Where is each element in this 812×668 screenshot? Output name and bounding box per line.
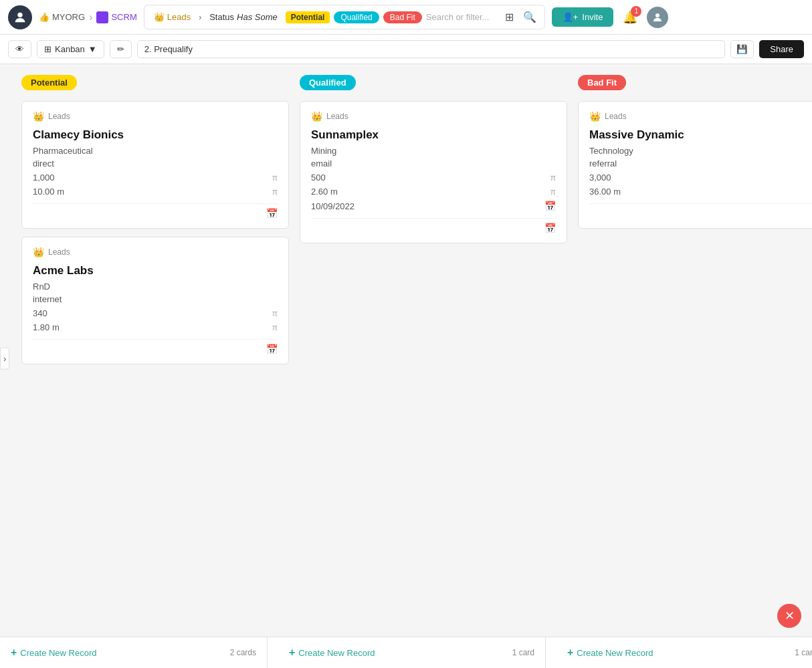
card-channel: referral <box>589 158 812 169</box>
card-revenue-row: 2.60 m π <box>311 187 556 197</box>
card-source-row: 👑 Leads <box>589 111 812 122</box>
board-footer: + Create New Record 2 cards + Create New… <box>0 637 812 652</box>
create-new-record-qualified[interactable]: + Create New Record <box>289 647 375 652</box>
invite-icon: 👤+ <box>563 12 579 22</box>
card-source: Leads <box>605 112 627 121</box>
plus-icon: + <box>567 647 573 652</box>
search-placeholder: Search or filter... <box>426 12 490 22</box>
notification-button[interactable]: 🔔 1 <box>620 7 640 27</box>
footer-col-potential: + Create New Record 2 cards <box>0 637 268 652</box>
column-label-qualified: Qualified <box>300 75 356 90</box>
share-button[interactable]: Share <box>759 40 804 58</box>
card-industry: Mining <box>311 146 556 156</box>
pi-icon-employees: π <box>272 309 278 318</box>
card-channel: internet <box>33 294 278 304</box>
tag-bad-fit[interactable]: Bad Fit <box>383 11 422 23</box>
pipeline-input[interactable] <box>137 40 726 58</box>
card-source: Leads <box>48 247 70 257</box>
pi-icon-revenue: π <box>550 187 556 197</box>
card-calendar-icon[interactable]: 📅 <box>266 208 278 219</box>
grid-icon-btn[interactable]: ⊞ <box>502 8 516 26</box>
card-source: Leads <box>48 112 70 121</box>
notification-badge: 1 <box>631 6 641 17</box>
card-count-potential: 2 cards <box>230 648 256 652</box>
card-industry: RnD <box>33 282 278 292</box>
tag-potential[interactable]: Potential <box>286 11 330 23</box>
side-toggle-button[interactable]: › <box>0 347 9 369</box>
pi-icon-revenue: π <box>272 323 278 332</box>
kanban-board: Potential 👑 Leads Clamecy Bionics Pharma… <box>11 64 812 652</box>
create-new-record-potential[interactable]: + Create New Record <box>11 647 97 652</box>
invite-button[interactable]: 👤+ Invite <box>552 7 614 27</box>
card-employees: 1,000 <box>33 173 55 183</box>
create-new-label: Create New Record <box>577 648 653 653</box>
pi-icon-employees: π <box>550 173 556 183</box>
card-channel: email <box>311 158 556 169</box>
card-calendar-icon[interactable]: 📅 <box>266 344 278 354</box>
filter-arrow: › <box>199 13 201 22</box>
pencil-icon: ✏ <box>117 44 124 54</box>
thumb-icon: 👍 <box>39 12 49 22</box>
column-qualified: Qualified 👑 Leads Sunnamplex Mining emai… <box>300 75 567 652</box>
kanban-button[interactable]: ⊞ Kanban ▼ <box>37 40 104 58</box>
filter-status-tag[interactable]: Status Has Some <box>205 11 282 23</box>
filter-leads-tag[interactable]: 👑 Leads <box>150 11 195 23</box>
card-revenue-row: 36.00 m π <box>589 187 812 197</box>
column-bad-fit: Bad Fit 👑 Leads Massive Dynamic Technolo… <box>578 75 812 652</box>
card-calendar-icon[interactable]: 📅 <box>544 223 556 233</box>
card-channel: direct <box>33 158 278 169</box>
crown-icon: 👑 <box>311 111 322 122</box>
search-area[interactable]: Search or filter... <box>426 12 498 22</box>
navbar: 👍 MYORG › SCRM 👑 Leads › Status Has Some… <box>0 0 812 35</box>
view-toggle-button[interactable]: 👁 <box>8 40 31 58</box>
save-icon-button[interactable]: 💾 <box>730 40 754 58</box>
kanban-card[interactable]: 👑 Leads Clamecy Bionics Pharmaceutical d… <box>21 101 289 229</box>
user-avatar[interactable] <box>647 7 668 28</box>
card-employees: 500 <box>311 173 326 183</box>
org-breadcrumb[interactable]: 👍 MYORG <box>39 12 85 22</box>
card-revenue: 36.00 m <box>589 187 621 197</box>
help-button[interactable]: ✕ <box>777 604 801 628</box>
tag-qualified[interactable]: Qualified <box>334 11 379 23</box>
crown-icon: 👑 <box>589 111 601 122</box>
search-icon-btn[interactable]: 🔍 <box>520 8 539 26</box>
card-employees: 340 <box>33 308 47 318</box>
card-industry: Technology <box>589 146 812 156</box>
filter-leads-icon: 👑 <box>154 12 165 22</box>
edit-icon-button[interactable]: ✏ <box>110 40 132 58</box>
card-revenue: 2.60 m <box>311 187 338 197</box>
plus-icon: + <box>289 647 295 652</box>
has-some-label: Has Some <box>237 12 278 22</box>
column-header-qualified: Qualified <box>300 75 567 101</box>
svg-point-0 <box>17 12 22 17</box>
plus-icon: + <box>11 647 17 652</box>
card-footer: 📅 <box>589 203 812 219</box>
create-new-label: Create New Record <box>20 648 96 653</box>
kanban-card[interactable]: 👑 Leads Acme Labs RnD internet 340 π 1.8… <box>21 237 289 364</box>
filter-leads-label: Leads <box>167 12 191 22</box>
scrm-label: SCRM <box>111 12 136 22</box>
create-new-label: Create New Record <box>298 648 375 653</box>
card-employees-row: 1,000 π <box>33 173 278 183</box>
card-title: Acme Labs <box>33 264 278 277</box>
filter-bar[interactable]: 👑 Leads › Status Has Some Potential Qual… <box>144 5 545 29</box>
pi-icon-revenue: π <box>272 187 278 197</box>
crown-icon: 👑 <box>33 247 44 257</box>
footer-col-bad-fit: + Create New Record 1 car <box>556 637 812 652</box>
card-title: Clamecy Bionics <box>33 128 278 142</box>
column-label-potential: Potential <box>21 75 77 90</box>
card-revenue-row: 10.00 m π <box>33 187 278 197</box>
card-source: Leads <box>326 112 348 121</box>
create-new-record-bad-fit[interactable]: + Create New Record <box>567 647 653 652</box>
kanban-label: Kanban <box>55 44 85 54</box>
scrm-breadcrumb[interactable]: SCRM <box>96 11 136 23</box>
breadcrumb: 👍 MYORG › SCRM <box>39 11 137 23</box>
breadcrumb-sep: › <box>89 11 92 23</box>
crown-icon: 👑 <box>33 111 44 122</box>
kanban-card[interactable]: 👑 Leads Sunnamplex Mining email 500 π 2.… <box>300 101 567 243</box>
card-employees-row: 340 π <box>33 308 278 318</box>
card-count-bad-fit: 1 car <box>795 648 812 652</box>
kanban-card[interactable]: 👑 Leads Massive Dynamic Technology refer… <box>578 101 812 229</box>
app-avatar <box>8 5 32 29</box>
card-date: 10/09/2022 <box>311 201 354 211</box>
